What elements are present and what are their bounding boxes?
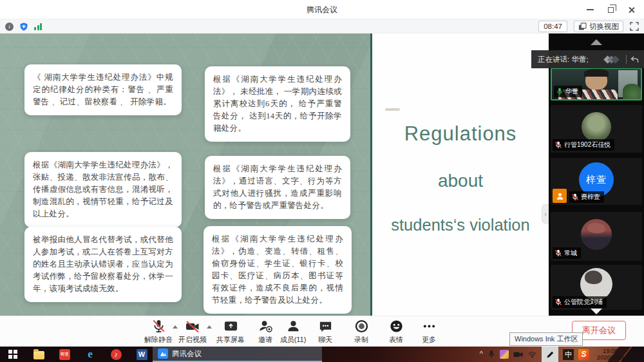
close-icon xyxy=(628,6,635,14)
restore-icon xyxy=(608,7,614,13)
more-button[interactable]: 更多 xyxy=(408,319,450,345)
scroll-down-icon[interactable] xyxy=(591,309,602,314)
participant-name: 行管1902石佳悦 xyxy=(564,140,611,149)
smiley-icon xyxy=(389,319,404,334)
tray-chevron-icon[interactable]: ^ xyxy=(480,350,483,357)
members-icon xyxy=(286,319,301,334)
slide-title-line3: students‘s violation xyxy=(372,216,549,234)
youdao-button[interactable]: 有道 xyxy=(52,347,77,362)
ink-diamonds-icon xyxy=(607,57,618,62)
participant-name-tag: 公管院党刘埔 xyxy=(553,296,607,308)
mic-on-icon xyxy=(556,88,564,95)
avatar-text: 梓萱 xyxy=(586,174,607,186)
slide-right-section: Regulations about students‘s violation xyxy=(372,33,549,316)
chat-label: 聊天 xyxy=(318,335,332,345)
meeting-duration: 08:47 xyxy=(538,21,567,32)
youdao-icon: 有道 xyxy=(59,349,70,360)
sogou-icon[interactable]: S xyxy=(578,349,589,360)
avatar xyxy=(580,268,612,300)
participant-name-tag: 行管1902石佳悦 xyxy=(553,139,614,151)
slide-textbox-3: 根据《湖南大学学生违纪处理办法》，张贴、投递、散发非法宣传品，散布、传播虚假信息… xyxy=(24,152,182,227)
participant-tile-feizixuan[interactable]: 梓萱 费梓萱 xyxy=(551,158,642,205)
participant-name-tag: 华蕾 xyxy=(554,86,582,97)
tray-mic-icon[interactable] xyxy=(488,350,495,359)
switch-view-button[interactable]: 切换视图 xyxy=(574,21,623,32)
reply-arrow-icon[interactable] xyxy=(630,56,639,63)
status-icons: i xyxy=(5,19,42,33)
netease-music-button[interactable]: ♪ xyxy=(103,347,129,362)
tencent-meeting-icon xyxy=(158,348,168,359)
avatar xyxy=(581,219,612,250)
mic-muted-icon xyxy=(554,298,562,306)
chat-icon xyxy=(318,319,333,334)
slide-title-line2: about xyxy=(372,171,549,191)
layout-icon xyxy=(578,23,587,31)
shared-screen-area: 《 湖南大学学生违纪处理办法》中规定的纪律处分的种类有：警告 、严重警告 、记过… xyxy=(0,33,549,316)
minimize-button[interactable] xyxy=(580,0,600,19)
window-controls xyxy=(580,0,641,19)
slide-left-section: 《 湖南大学学生违纪处理办法》中规定的纪律处分的种类有：警告 、严重警告 、记过… xyxy=(0,33,370,316)
members-label: 成员(11) xyxy=(280,335,307,345)
active-app-label: 腾讯会议 xyxy=(172,349,202,359)
word-button[interactable]: W xyxy=(129,347,155,362)
participant-tile-hualei[interactable]: 华蕾 xyxy=(551,68,642,100)
windows-taskbar: 有道 e ♪ W 腾讯会议 ^ 中 S 19:06 2020/7/29 xyxy=(0,347,644,362)
person-icon xyxy=(556,192,564,200)
slide-textbox-2: 根据《湖南大学学生违纪处理办法》， 未经批准， 一学期内连续或累计离校达到6天的… xyxy=(205,66,350,142)
camera-muted-icon xyxy=(185,319,200,334)
switch-view-label: 切换视图 xyxy=(589,22,619,32)
network-signal-icon[interactable] xyxy=(34,23,42,30)
speaking-banner-text: 正在讲话: 华蕾; xyxy=(538,55,607,64)
participant-tile-shijiayue[interactable]: 行管1902石佳悦 xyxy=(551,105,642,153)
participant-tile-liubu[interactable]: 公管院党刘埔 xyxy=(551,265,642,310)
ime-indicator[interactable]: 中 xyxy=(563,349,574,360)
meeting-info-icon[interactable]: i xyxy=(5,23,14,31)
folder-icon xyxy=(33,351,44,359)
fullscreen-icon[interactable] xyxy=(630,22,639,31)
music-note-icon: ♪ xyxy=(111,349,122,360)
slide-textbox-1: 《 湖南大学学生违纪处理办法》中规定的纪律处分的种类有：警告 、严重警告 、记过… xyxy=(24,64,182,115)
system-tray: ^ 中 S 19:06 2020/7/29 xyxy=(480,347,643,362)
tray-app-icon[interactable] xyxy=(500,350,509,359)
minimize-icon xyxy=(587,9,594,10)
participant-name: 费梓萱 xyxy=(581,193,600,202)
taskbar-clock[interactable]: 19:06 2020/7/29 xyxy=(594,348,627,361)
scroll-up-icon[interactable] xyxy=(591,39,602,45)
slide-textbox-4: 根据《湖南大学学生违纪处理办法》，通过语言、文字、行为等方式对他人进行骚扰，造成… xyxy=(205,156,350,219)
slide-textbox-5: 被举报由他人冒名代替考试，或代替他人参加考试，或二人在答卷上互写对方的姓名且主动… xyxy=(24,227,182,302)
mic-muted-icon xyxy=(571,193,579,201)
participant-tile-changcheng[interactable]: 常城 xyxy=(551,212,642,261)
slide-title-line1: Regulations xyxy=(372,122,549,146)
tray-wifi-icon[interactable] xyxy=(527,351,537,358)
avatar xyxy=(582,112,611,142)
restore-button[interactable] xyxy=(600,0,621,19)
record-icon xyxy=(354,319,369,334)
windows-ink-button[interactable] xyxy=(542,347,558,362)
participant-name: 公管院党刘埔 xyxy=(564,298,603,307)
participant-name-tag: 费梓萱 xyxy=(569,191,604,203)
close-button[interactable] xyxy=(621,0,641,19)
action-center-icon[interactable] xyxy=(632,350,641,359)
slide-dash-decoration xyxy=(385,108,400,111)
chat-button[interactable]: 聊天 xyxy=(305,319,346,345)
file-explorer-button[interactable] xyxy=(26,347,52,362)
host-badge xyxy=(553,189,567,203)
invite-person-icon xyxy=(258,319,273,334)
tray-camera-icon[interactable] xyxy=(513,351,523,358)
clock-date: 2020/7/29 xyxy=(594,354,627,361)
edge-button[interactable]: e xyxy=(77,347,103,362)
pen-icon xyxy=(546,350,554,359)
mic-muted-icon xyxy=(151,319,166,334)
security-shield-icon[interactable] xyxy=(19,22,28,32)
taskbar-active-app[interactable]: 腾讯会议 xyxy=(153,347,322,362)
word-icon: W xyxy=(137,349,147,360)
record-label: 录制 xyxy=(354,335,368,345)
edge-icon: e xyxy=(88,348,93,361)
window-title: 腾讯会议 xyxy=(0,0,644,19)
participant-name: 常城 xyxy=(564,249,577,258)
start-video-button[interactable]: 开启视频 xyxy=(172,319,213,345)
start-button[interactable] xyxy=(0,347,26,362)
unmute-label: 解除静音 xyxy=(144,335,173,345)
panel-collapse-handle[interactable]: › xyxy=(542,204,549,224)
more-dots-icon xyxy=(422,319,437,334)
